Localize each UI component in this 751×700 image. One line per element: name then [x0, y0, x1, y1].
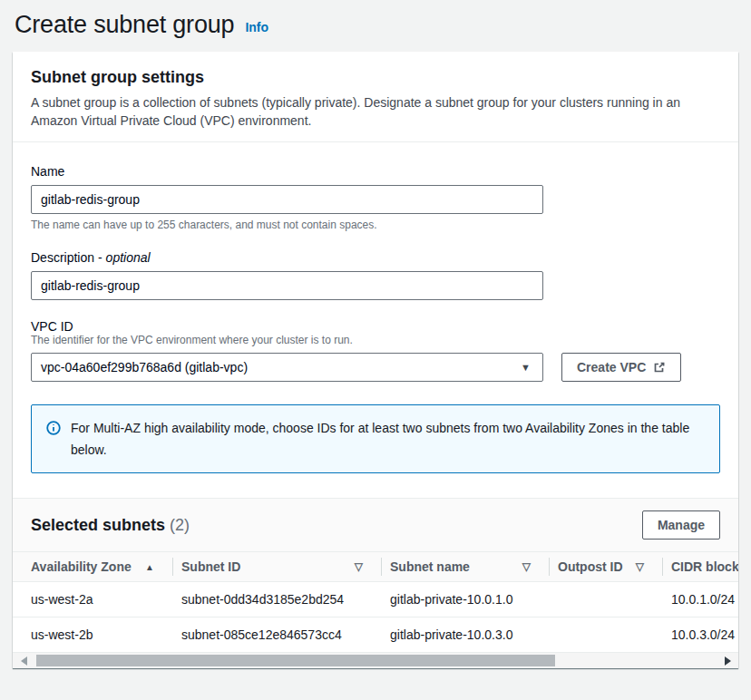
scroll-right-button[interactable]	[717, 653, 738, 668]
selected-subnets-count: (2)	[170, 516, 190, 534]
info-icon	[46, 420, 61, 461]
cell-availability-zone: us-west-2b	[13, 617, 172, 652]
create-vpc-button[interactable]: Create VPC	[561, 353, 681, 382]
sort-ascending-icon[interactable]: ▲	[145, 562, 154, 572]
column-label: CIDR block	[671, 559, 738, 574]
cell-subnet-id: subnet-0dd34d3185e2bd254	[172, 582, 381, 617]
description-input[interactable]	[31, 271, 543, 300]
vpc-id-select[interactable]: vpc-04a60ef299b768a6d (gitlab-vpc) ▼	[31, 353, 543, 382]
horizontal-scrollbar[interactable]	[13, 653, 738, 668]
multi-az-info-alert: For Multi-AZ high availability mode, cho…	[31, 404, 720, 473]
create-subnet-group-card: Subnet group settings A subnet group is …	[13, 52, 738, 668]
column-label: Subnet name	[390, 559, 470, 574]
info-link[interactable]: Info	[245, 20, 268, 39]
table-row[interactable]: us-west-2a subnet-0dd34d3185e2bd254 gitl…	[13, 582, 738, 617]
subnet-group-settings-header: Subnet group settings A subnet group is …	[13, 52, 738, 142]
settings-description: A subnet group is a collection of subnet…	[31, 93, 720, 130]
selected-subnets-header: Selected subnets(2) Manage	[13, 498, 738, 551]
cell-outpost-id	[549, 617, 662, 652]
manage-button-label: Manage	[658, 518, 705, 532]
cell-subnet-name: gitlab-private-10.0.1.0	[381, 582, 549, 617]
vpc-id-label: VPC ID	[31, 319, 720, 334]
column-label: Outpost ID	[558, 559, 623, 574]
name-label: Name	[31, 164, 720, 179]
settings-form: Name The name can have up to 255 charact…	[13, 142, 738, 498]
column-label: Availability Zone	[31, 559, 132, 574]
name-input[interactable]	[31, 185, 543, 214]
vpc-field-group: VPC ID The identifier for the VPC enviro…	[31, 319, 720, 382]
scrollbar-track[interactable]	[34, 655, 717, 666]
external-link-icon	[653, 361, 666, 374]
create-vpc-button-label: Create VPC	[577, 360, 646, 374]
column-label: Subnet ID	[181, 559, 240, 574]
column-header-cidr-block[interactable]: CIDR block	[662, 552, 738, 581]
description-label: Description -optional	[31, 250, 720, 265]
vpc-id-hint: The identifier for the VPC environment w…	[31, 334, 720, 346]
table-row[interactable]: us-west-2b subnet-085ce12e846573cc4 gitl…	[13, 617, 738, 653]
name-field-group: Name The name can have up to 255 charact…	[31, 164, 720, 231]
column-header-subnet-name[interactable]: Subnet name ▽	[381, 552, 549, 581]
sort-icon[interactable]: ▽	[522, 560, 531, 573]
vpc-id-selected-value: vpc-04a60ef299b768a6d (gitlab-vpc)	[41, 360, 248, 374]
cell-availability-zone: us-west-2a	[13, 582, 172, 617]
alert-text: For Multi-AZ high availability mode, cho…	[71, 417, 705, 461]
cell-subnet-name: gitlab-private-10.0.3.0	[381, 617, 549, 652]
scroll-left-button[interactable]	[13, 653, 34, 668]
scrollbar-thumb[interactable]	[36, 655, 555, 666]
selected-subnets-title: Selected subnets	[31, 516, 165, 534]
sort-icon[interactable]: ▽	[636, 560, 644, 573]
cell-subnet-id: subnet-085ce12e846573cc4	[172, 617, 381, 652]
scroll-left-icon	[21, 656, 27, 666]
manage-button[interactable]: Manage	[642, 510, 720, 540]
scroll-right-icon	[725, 656, 731, 666]
subnets-table-header-row: Availability Zone ▲ Subnet ID ▽ Subnet n…	[13, 551, 738, 582]
column-header-subnet-id[interactable]: Subnet ID ▽	[172, 552, 381, 581]
vpc-row: vpc-04a60ef299b768a6d (gitlab-vpc) ▼ Cre…	[31, 353, 720, 382]
settings-heading: Subnet group settings	[31, 68, 720, 87]
column-header-availability-zone[interactable]: Availability Zone ▲	[13, 552, 172, 581]
cell-outpost-id	[549, 582, 662, 617]
name-hint: The name can have up to 255 characters, …	[31, 219, 720, 231]
page-header: Create subnet group Info	[0, 0, 751, 52]
description-label-text: Description -	[31, 250, 102, 265]
cell-cidr-block: 10.0.1.0/24	[662, 582, 738, 617]
selected-subnets-heading: Selected subnets(2)	[31, 516, 190, 535]
description-field-group: Description -optional	[31, 250, 720, 300]
sort-icon[interactable]: ▽	[355, 560, 363, 573]
cell-cidr-block: 10.0.3.0/24	[662, 617, 738, 652]
chevron-down-icon: ▼	[521, 363, 531, 373]
subnets-table: Availability Zone ▲ Subnet ID ▽ Subnet n…	[13, 551, 738, 668]
description-optional-text: optional	[106, 250, 151, 265]
column-header-outpost-id[interactable]: Outpost ID ▽	[549, 552, 662, 581]
page-title: Create subnet group	[15, 11, 234, 39]
